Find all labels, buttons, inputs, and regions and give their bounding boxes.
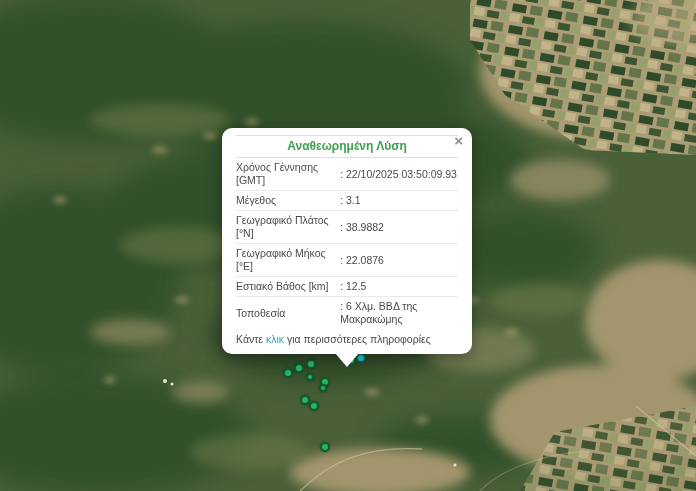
depth-value: : 12.5 xyxy=(340,277,458,297)
earthquake-marker[interactable] xyxy=(294,363,304,373)
earthquake-info-popup: × Αναθεωρημένη Λύση Χρόνος Γέννησης [GMT… xyxy=(222,128,472,354)
origin-time-value: : 22/10/2025 03:50:09.93 xyxy=(340,158,458,191)
footer-prefix: Κάντε xyxy=(236,333,263,345)
popup-title: Αναθεωρημένη Λύση xyxy=(236,136,458,158)
more-info-link[interactable]: κλικ xyxy=(266,333,284,345)
earthquake-info-table: Αναθεωρημένη Λύση Χρόνος Γέννησης [GMT] … xyxy=(236,135,458,329)
location-value: : 6 Χλμ. ΒΒΔ της Μακρακώμης xyxy=(340,297,458,330)
popup-pointer-icon xyxy=(335,353,359,367)
table-row: Εστιακό Βάθος [km] : 12.5 xyxy=(236,277,458,297)
earthquake-marker[interactable] xyxy=(283,368,293,378)
table-row: Τοποθεσία : 6 Χλμ. ΒΒΔ της Μακρακώμης xyxy=(236,297,458,330)
latitude-value: : 38.9882 xyxy=(340,211,458,244)
location-label: Τοποθεσία xyxy=(236,297,340,330)
earthquake-marker[interactable] xyxy=(309,401,319,411)
close-icon[interactable]: × xyxy=(454,133,463,148)
table-row: Μέγεθος : 3.1 xyxy=(236,191,458,211)
depth-label: Εστιακό Βάθος [km] xyxy=(236,277,340,297)
footer-suffix: για περισσότερες πληροφορίες xyxy=(287,333,431,345)
earthquake-marker[interactable] xyxy=(320,442,330,452)
earthquake-marker[interactable] xyxy=(306,359,316,369)
magnitude-value: : 3.1 xyxy=(340,191,458,211)
magnitude-label: Μέγεθος xyxy=(236,191,340,211)
popup-footer: Κάντε κλικ για περισσότερες πληροφορίες xyxy=(236,333,458,345)
table-row: Γεωγραφικό Πλάτος [°N] : 38.9882 xyxy=(236,211,458,244)
latitude-label: Γεωγραφικό Πλάτος [°N] xyxy=(236,211,340,244)
earthquake-marker[interactable] xyxy=(306,373,314,381)
map-viewport[interactable]: × Αναθεωρημένη Λύση Χρόνος Γέννησης [GMT… xyxy=(0,0,696,491)
table-row: Γεωγραφικό Μήκος [°E] : 22.0876 xyxy=(236,244,458,277)
longitude-label: Γεωγραφικό Μήκος [°E] xyxy=(236,244,340,277)
origin-time-label: Χρόνος Γέννησης [GMT] xyxy=(236,158,340,191)
longitude-value: : 22.0876 xyxy=(340,244,458,277)
earthquake-marker[interactable] xyxy=(319,384,327,392)
table-row: Χρόνος Γέννησης [GMT] : 22/10/2025 03:50… xyxy=(236,158,458,191)
